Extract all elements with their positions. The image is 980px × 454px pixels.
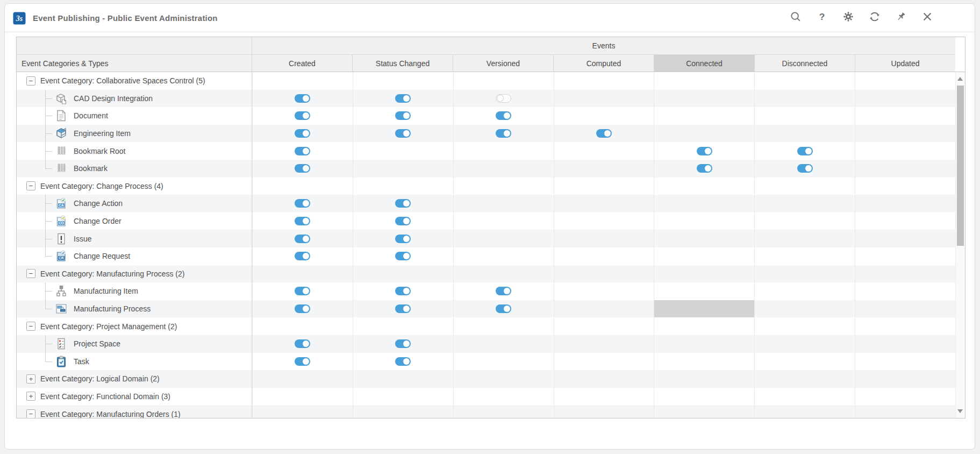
collapse-button[interactable]: − <box>26 269 35 278</box>
toggle-knob <box>403 95 410 102</box>
scrollbar-thumb[interactable] <box>957 86 964 246</box>
type-row[interactable]: Manufacturing Process <box>17 300 955 318</box>
created-toggle-on[interactable] <box>295 217 310 225</box>
expand-button[interactable]: + <box>26 374 35 384</box>
cell-status_changed <box>353 160 453 178</box>
cell-connected[interactable] <box>654 300 754 318</box>
type-row[interactable]: Bookmark <box>17 160 955 178</box>
tree-connector <box>45 247 54 265</box>
category-row[interactable]: −Event Category: Project Management (2) <box>17 317 955 335</box>
collapse-button[interactable]: − <box>26 409 35 418</box>
created-toggle-on[interactable] <box>295 252 310 260</box>
type-row[interactable]: CAChange Action <box>17 195 955 212</box>
versioned-toggle-off[interactable] <box>496 94 511 103</box>
tree-cell: −Event Category: Collaborative Spaces Co… <box>17 72 252 90</box>
status_changed-toggle-on[interactable] <box>395 94 411 103</box>
cell-versioned <box>453 317 554 335</box>
vertical-scrollbar[interactable] <box>955 72 965 418</box>
cell-created <box>252 282 353 300</box>
status_changed-toggle-on[interactable] <box>395 287 411 295</box>
search-button[interactable] <box>789 11 802 24</box>
status_changed-toggle-on[interactable] <box>395 339 411 348</box>
versioned-toggle-on[interactable] <box>496 111 511 120</box>
pin-button[interactable] <box>895 11 907 24</box>
cell-created <box>252 212 353 230</box>
cell-computed <box>554 265 654 283</box>
created-toggle-on[interactable] <box>295 357 310 366</box>
category-row[interactable]: +Event Category: Functional Domain (3) <box>17 388 955 406</box>
status_changed-toggle-on[interactable] <box>395 357 411 366</box>
cell-connected <box>654 195 754 212</box>
event-publishing-window: 3s Event Publishing - Public Event Admin… <box>4 3 975 450</box>
status_changed-toggle-on[interactable] <box>395 111 411 120</box>
created-toggle-on[interactable] <box>295 304 310 313</box>
created-toggle-on[interactable] <box>295 199 310 208</box>
computed-toggle-on[interactable] <box>596 129 612 138</box>
toggle-knob <box>303 112 309 119</box>
status_changed-toggle-on[interactable] <box>395 129 411 138</box>
status_changed-toggle-on[interactable] <box>395 252 411 260</box>
category-row[interactable]: +Event Category: Logical Domain (2) <box>17 370 955 388</box>
cell-connected <box>654 72 754 90</box>
category-row[interactable]: −Event Category: Collaborative Spaces Co… <box>17 72 955 90</box>
created-toggle-on[interactable] <box>295 129 310 138</box>
type-row[interactable]: Bookmark Root <box>17 142 955 160</box>
type-row[interactable]: Document <box>17 107 955 125</box>
cell-status_changed <box>353 230 453 247</box>
window-title: Event Publishing - Public Event Administ… <box>33 13 218 23</box>
cell-disconnected <box>754 212 855 230</box>
disconnected-toggle-on[interactable] <box>797 164 813 173</box>
category-row[interactable]: −Event Category: Change Process (4) <box>17 178 955 195</box>
column-header-connected: Connected <box>654 55 754 72</box>
type-row[interactable]: Project Space <box>17 335 955 353</box>
type-row[interactable]: Engineering Item <box>17 125 955 143</box>
created-toggle-on[interactable] <box>295 111 310 120</box>
issue-icon <box>55 232 68 245</box>
type-row[interactable]: COChange Order <box>17 212 955 230</box>
versioned-toggle-on[interactable] <box>496 129 511 138</box>
expand-button[interactable]: + <box>26 392 35 401</box>
type-row[interactable]: Manufacturing Item <box>17 282 955 300</box>
cell-created <box>252 125 353 143</box>
type-row[interactable]: Issue <box>17 230 955 247</box>
created-toggle-on[interactable] <box>295 164 310 173</box>
cell-versioned <box>453 265 554 283</box>
scroll-up-arrow[interactable] <box>957 77 963 81</box>
created-toggle-on[interactable] <box>295 94 310 103</box>
status_changed-toggle-on[interactable] <box>395 217 411 225</box>
tree-cell: −Event Category: Change Process (4) <box>17 178 252 195</box>
cell-created <box>252 265 353 283</box>
type-row[interactable]: Task <box>17 353 955 371</box>
created-toggle-on[interactable] <box>295 147 310 155</box>
created-toggle-on[interactable] <box>295 235 310 243</box>
svg-text:3s: 3s <box>16 15 23 23</box>
type-label: Task <box>74 357 89 366</box>
category-row[interactable]: −Event Category: Manufacturing Orders (1… <box>17 405 955 418</box>
category-row[interactable]: −Event Category: Manufacturing Process (… <box>17 265 955 283</box>
scroll-down-arrow[interactable] <box>957 409 963 413</box>
cell-status_changed <box>353 212 453 230</box>
close-button[interactable] <box>921 11 934 24</box>
disconnected-toggle-on[interactable] <box>797 147 813 155</box>
collapse-button[interactable]: − <box>26 76 35 86</box>
help-button[interactable]: ? <box>816 11 828 24</box>
document-icon <box>55 109 68 122</box>
cell-connected <box>654 178 754 195</box>
connected-toggle-on[interactable] <box>697 147 712 155</box>
versioned-toggle-on[interactable] <box>496 287 511 295</box>
versioned-toggle-on[interactable] <box>496 304 511 313</box>
connected-toggle-on[interactable] <box>697 164 712 173</box>
refresh-button[interactable] <box>868 11 881 24</box>
collapse-button[interactable]: − <box>26 181 35 190</box>
cell-disconnected <box>754 178 855 195</box>
status_changed-toggle-on[interactable] <box>395 304 411 313</box>
type-row[interactable]: CRChange Request <box>17 247 955 265</box>
created-toggle-on[interactable] <box>295 339 310 348</box>
collapse-button[interactable]: − <box>26 322 35 331</box>
settings-button[interactable] <box>842 11 855 24</box>
status_changed-toggle-on[interactable] <box>395 199 411 208</box>
type-row[interactable]: CAD Design Integration <box>17 90 955 108</box>
status_changed-toggle-on[interactable] <box>395 235 411 243</box>
created-toggle-on[interactable] <box>295 287 310 295</box>
tree-cell: −Event Category: Project Management (2) <box>17 317 252 335</box>
